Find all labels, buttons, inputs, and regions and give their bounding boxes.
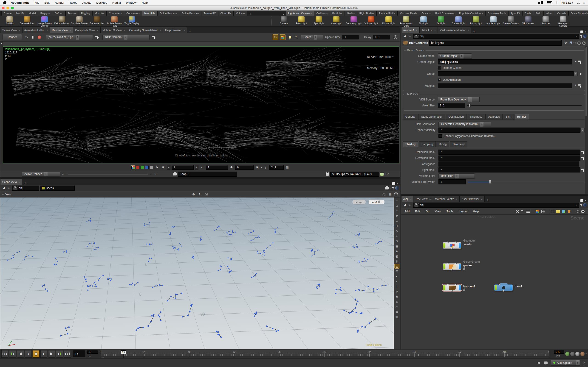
shelf-tab-constraints[interactable]: Constraints <box>124 11 142 16</box>
shelf-tab-lights-and-cameras[interactable]: Lights and Cameras <box>286 11 314 16</box>
shelf-tool-isolate-groom-parts[interactable]: Isolate Groom Parts <box>106 16 123 27</box>
param-path-dropdown-icon[interactable]: ▾ <box>576 35 577 37</box>
shelf-tab-modify[interactable]: Modify <box>14 11 26 16</box>
tab-sampling[interactable]: Sampling <box>419 141 436 147</box>
menu-item-edit[interactable]: Edit <box>44 1 49 4</box>
pane-maximize-icon[interactable] <box>580 199 583 202</box>
range-substart-field[interactable]: 1 <box>87 354 98 357</box>
home-view-icon[interactable]: ⌂ <box>394 299 399 304</box>
shelf-tab-guide-brushes[interactable]: Guide Brushes <box>179 11 201 16</box>
param-info-icon[interactable]: i <box>577 41 581 45</box>
material-field[interactable] <box>438 83 572 88</box>
network-forward-icon[interactable]: ▶ <box>408 203 412 207</box>
pixel-grid-icon[interactable]: ▦ <box>285 165 290 170</box>
shelf-tab-viscous-fluids[interactable]: Viscous Fluids <box>398 11 419 16</box>
active-render-spinner-icon[interactable]: ▲▼ <box>44 172 48 176</box>
jump-end-button[interactable]: ▶▶ <box>64 350 71 358</box>
node-output-dot[interactable] <box>451 248 453 250</box>
new-pane-tab-button[interactable]: + <box>485 198 491 202</box>
shelf-tab-pyro-fx[interactable]: Pyro FX <box>508 11 523 16</box>
shelf-tab-model[interactable]: Model <box>26 11 38 16</box>
shelf-tab-rigid-bodies[interactable]: Rigid Bodies <box>357 11 377 16</box>
node-input-dot-2[interactable] <box>455 284 457 285</box>
close-tab-icon[interactable]: × <box>416 29 417 32</box>
menu-item-render[interactable]: Render <box>55 1 65 4</box>
parameter-scrollbar[interactable] <box>585 46 588 194</box>
shelf-tab-polygon[interactable]: Polygon <box>38 11 52 16</box>
groom-object-pick-icon[interactable] <box>578 60 582 64</box>
node-input-dot[interactable] <box>498 284 500 285</box>
layout-single-icon[interactable]: ▢ <box>381 192 386 197</box>
close-tab-icon[interactable]: × <box>481 198 483 200</box>
offset-icon[interactable]: ✱ <box>229 165 234 170</box>
rotate-tool-icon[interactable]: ↻ <box>198 192 203 197</box>
prev-frame-button[interactable]: ◀ <box>17 350 24 358</box>
range-end-field[interactable]: 240 <box>554 350 564 354</box>
view-toolbar-grip[interactable] <box>2 192 4 196</box>
filter-selector[interactable]: Sharp ▲▼ <box>301 35 323 40</box>
close-tab-icon[interactable]: × <box>159 29 161 32</box>
timeline-audio-lane[interactable]: ⋯ <box>101 356 549 358</box>
pane-tab-asset-browser[interactable]: Asset Browser× <box>459 196 485 202</box>
menu-item-assets[interactable]: Assets <box>82 1 91 4</box>
current-frame-marker[interactable]: 13 <box>121 350 126 354</box>
layout-quad-icon[interactable]: ▦ <box>388 192 393 197</box>
param-search-icon[interactable] <box>573 42 576 44</box>
gamma-menu-icon[interactable]: ▾ <box>261 166 262 169</box>
shelf-tool-caustic-light[interactable]: Caustic Light <box>450 16 467 25</box>
shelf-tool-toggle-display[interactable]: Toggle Display <box>123 16 141 25</box>
node-input-dot-2[interactable] <box>455 241 457 243</box>
shelf-tool-camera[interactable]: Camera <box>275 16 293 25</box>
background-image-icon[interactable] <box>562 210 565 213</box>
lighting-icon[interactable]: ◐ <box>394 274 399 279</box>
shelf-tool-vr-camera[interactable]: VR Camera <box>519 16 537 25</box>
source-mode-selector[interactable]: Groom Object ▲▼ <box>438 53 472 59</box>
shelf-tab-wires[interactable]: Wires <box>544 11 555 16</box>
group-field[interactable] <box>438 71 573 76</box>
node-name-field[interactable]: hairgen1 <box>429 40 562 46</box>
cam1-view-button[interactable]: cam1▾ <box>369 200 384 204</box>
pane-tab-scene-view[interactable]: Scene View× <box>0 179 22 185</box>
points-icon[interactable]: ▪ <box>394 279 399 284</box>
snapshot-slider[interactable] <box>68 174 148 175</box>
volume-filter-width-field[interactable]: 1 <box>439 179 466 184</box>
shelf-tab-muscles[interactable]: Muscles <box>92 11 107 16</box>
node-render-flag[interactable] <box>459 285 461 290</box>
snap-grid-icon[interactable]: ⊕ <box>394 239 399 243</box>
snapshot-save-icon[interactable] <box>380 173 384 176</box>
shelf-tab-container-tools[interactable]: Container Tools <box>485 11 508 16</box>
rop-selector[interactable]: /out/mantra_ipr ▲▼ <box>46 35 93 40</box>
menu-item-radial[interactable]: Radial <box>112 1 121 4</box>
snapshot-go-label[interactable]: Go <box>385 173 389 176</box>
tab-render[interactable]: Render <box>514 114 529 119</box>
move-tool-icon[interactable]: + <box>394 208 399 213</box>
scene-path-dropdown-icon[interactable]: ▾ <box>389 187 391 189</box>
notification-center-icon[interactable]: ≡ <box>583 1 585 5</box>
offset-field[interactable]: 0 <box>235 165 254 170</box>
node-name-label[interactable]: cam1 <box>515 285 522 289</box>
refraction-mask-pick-icon[interactable] <box>580 156 585 160</box>
snap-circle-icon[interactable]: ○ <box>394 234 399 238</box>
shelf-tab-fluid-containers[interactable]: Fluid Containers <box>433 11 457 16</box>
sticky-note-icon[interactable] <box>556 210 560 213</box>
render-button[interactable]: Render <box>2 34 22 40</box>
rendered-image[interactable]: /out/mantra_ipr(raytrace)-13:37:18[1] 19… <box>3 46 399 163</box>
hair-generation-selector[interactable]: Generate Geometry in Mantra ▲▼ <box>439 122 491 127</box>
rop-pick-icon[interactable] <box>95 35 99 39</box>
split-view-icon[interactable]: ✥ <box>154 165 159 170</box>
filter-spinner-icon[interactable]: ▲▼ <box>313 35 317 40</box>
network-pin-icon[interactable] <box>580 204 582 206</box>
preview-toggle-icon[interactable] <box>280 34 285 40</box>
playback-options-icon[interactable]: ▾ <box>586 353 587 355</box>
groom-object-field[interactable]: /obj/guides <box>438 59 572 65</box>
next-keyframe-button[interactable]: ▶ <box>56 350 63 358</box>
shelf-tab-rigging[interactable]: Rigging <box>79 11 92 16</box>
light-mask-field[interactable]: * <box>439 167 580 173</box>
render-visibility-dropdown-icon[interactable]: ▼ <box>580 128 585 132</box>
close-tab-icon[interactable]: × <box>124 29 125 32</box>
dolly-icon[interactable]: ↕ <box>394 284 399 289</box>
tools-icon[interactable] <box>515 210 519 213</box>
snap-point-icon[interactable]: ◇ <box>394 228 399 233</box>
new-pane-tab-button[interactable]: + <box>187 29 193 33</box>
audio-options-icon[interactable] <box>570 352 574 356</box>
